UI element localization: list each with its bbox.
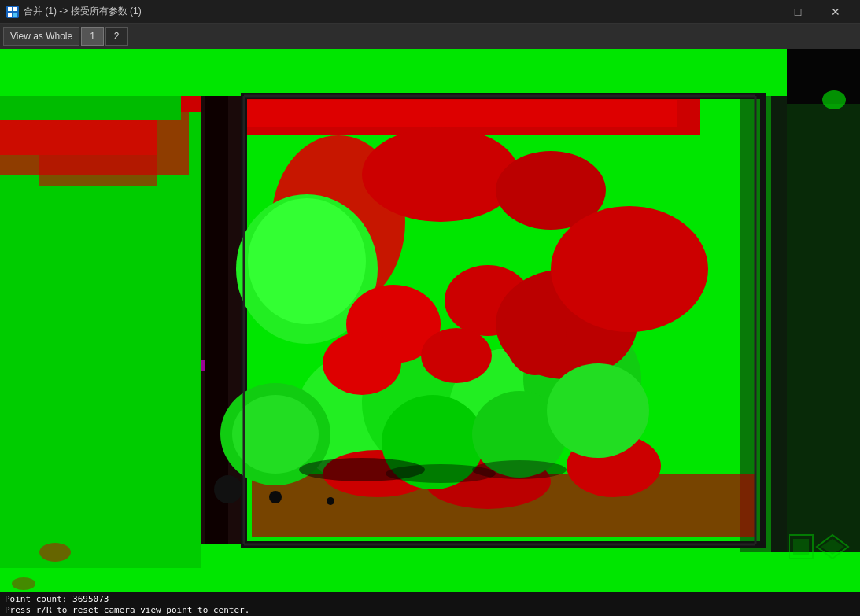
svg-point-27 bbox=[323, 332, 401, 395]
svg-point-52 bbox=[269, 491, 282, 503]
svg-point-51 bbox=[214, 475, 242, 503]
svg-point-58 bbox=[12, 577, 35, 590]
svg-point-15 bbox=[362, 127, 519, 222]
svg-rect-44 bbox=[201, 360, 205, 371]
point-count: Point count: 3695073 bbox=[5, 594, 855, 604]
svg-rect-10 bbox=[205, 100, 677, 127]
svg-point-29 bbox=[504, 289, 567, 375]
svg-rect-3 bbox=[8, 13, 12, 17]
toolbar: View as Whole 1 2 bbox=[0, 24, 860, 49]
status-bar: Point count: 3695073 Press r/R to reset … bbox=[0, 592, 860, 616]
svg-point-56 bbox=[472, 460, 567, 479]
svg-point-18 bbox=[248, 198, 366, 324]
svg-point-57 bbox=[39, 543, 71, 562]
point-cloud-scene bbox=[0, 49, 860, 592]
svg-rect-2 bbox=[13, 7, 17, 11]
svg-rect-43 bbox=[0, 186, 181, 210]
hint-text: Press r/R to reset camera view point to … bbox=[5, 605, 855, 615]
svg-point-53 bbox=[327, 497, 334, 505]
view-as-whole-button[interactable]: View as Whole bbox=[3, 27, 79, 46]
title-bar: 合并 (1) -> 接受所有参数 (1) — □ ✕ bbox=[0, 0, 860, 24]
tab-1[interactable]: 1 bbox=[81, 27, 104, 46]
tab-2[interactable]: 2 bbox=[105, 27, 128, 46]
app-icon bbox=[6, 6, 19, 18]
svg-point-59 bbox=[822, 90, 846, 109]
watermark bbox=[789, 531, 852, 566]
minimize-button[interactable]: — bbox=[742, 0, 778, 24]
svg-rect-1 bbox=[8, 7, 12, 11]
svg-point-26 bbox=[551, 206, 708, 332]
svg-rect-46 bbox=[0, 96, 181, 120]
svg-rect-4 bbox=[13, 13, 17, 17]
svg-rect-42 bbox=[39, 155, 157, 186]
window-title: 合并 (1) -> 接受所有参数 (1) bbox=[24, 5, 142, 18]
title-bar-left: 合并 (1) -> 接受所有参数 (1) bbox=[6, 5, 142, 18]
close-button[interactable]: ✕ bbox=[818, 0, 854, 24]
svg-rect-45 bbox=[787, 49, 860, 104]
svg-point-28 bbox=[421, 328, 492, 383]
maximize-button[interactable]: □ bbox=[780, 0, 816, 24]
viewport[interactable] bbox=[0, 49, 860, 592]
svg-rect-61 bbox=[793, 539, 809, 555]
title-bar-controls[interactable]: — □ ✕ bbox=[742, 0, 854, 24]
svg-point-38 bbox=[547, 363, 649, 458]
